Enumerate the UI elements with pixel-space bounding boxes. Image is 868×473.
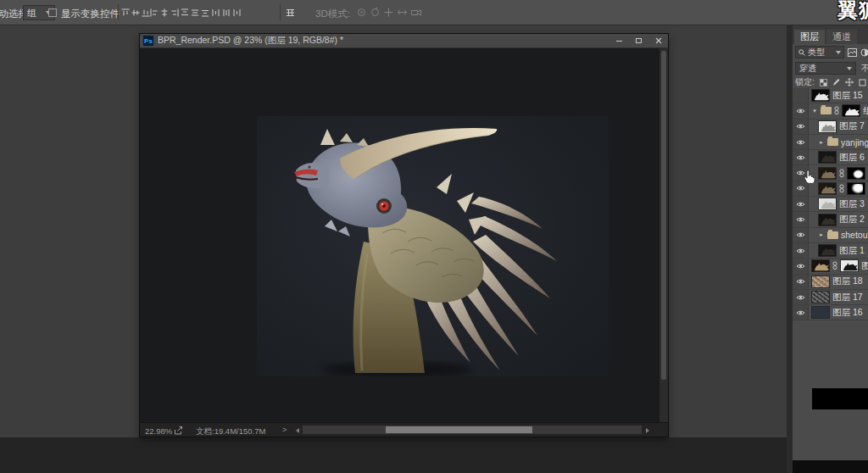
show-transform-checkbox[interactable] <box>48 8 57 17</box>
status-popup-chevron-icon[interactable]: > <box>282 426 287 434</box>
panel-tabs: 图层 通道 <box>793 25 868 44</box>
align-right-edges-icon[interactable] <box>170 8 179 17</box>
distribute-top-icon[interactable] <box>181 8 189 17</box>
3d-roll-icon[interactable] <box>370 7 381 18</box>
eye-toggle[interactable] <box>793 275 809 289</box>
tab-layers[interactable]: 图层 <box>794 30 825 44</box>
align-left-edges-icon[interactable] <box>150 8 159 17</box>
layer-row[interactable]: 图层 1 <box>793 243 868 259</box>
expand-chevron-icon[interactable]: ▸ <box>818 231 825 238</box>
3d-orbit-icon[interactable] <box>356 7 367 18</box>
close-button[interactable] <box>648 34 668 47</box>
layer-row-body: 图层 15 <box>809 88 868 103</box>
lock-brush-icon[interactable] <box>832 78 840 86</box>
toolbar-separator <box>280 4 281 20</box>
horizontal-scrollbar[interactable] <box>303 426 642 434</box>
layer-row[interactable]: 图层 7 <box>793 120 868 135</box>
expand-chevron-icon[interactable]: ▸ <box>818 139 825 146</box>
status-arrow-icon <box>174 426 183 435</box>
show-transform-label: 显示变换控件 <box>61 8 120 20</box>
distribute-bottom-icon[interactable] <box>201 8 209 17</box>
layer-list: 图层 15▾组 1图层 7▸yanjing图层 6图层 3图层 2▸shetou… <box>793 88 868 320</box>
eye-toggle[interactable] <box>793 135 809 149</box>
scroll-right-arrow-icon[interactable] <box>646 428 649 433</box>
thumbnail-silhouette <box>820 184 837 195</box>
canvas[interactable] <box>257 116 609 376</box>
layer-row[interactable]: 图层 17 <box>793 290 868 305</box>
eye-toggle[interactable] <box>793 290 809 304</box>
layer-thumbnail <box>811 291 830 303</box>
panel-divider <box>787 25 793 473</box>
layer-row[interactable]: 图层 15 <box>793 88 868 103</box>
mask-blob <box>851 184 863 194</box>
eye-icon <box>796 154 805 161</box>
opacity-label: 不透明度 <box>861 63 868 75</box>
layer-row-body: ▸yanjing <box>809 135 868 149</box>
layer-name: 图层 2 <box>839 214 865 225</box>
eye-icon <box>796 185 805 192</box>
tab-channels[interactable]: 通道 <box>826 30 857 44</box>
eye-toggle[interactable] <box>793 212 809 226</box>
maximize-button[interactable] <box>629 34 648 47</box>
layer-row[interactable]: ▾组 1 <box>793 103 868 119</box>
align-top-edges-icon[interactable] <box>121 8 130 17</box>
layer-row[interactable]: 图层 6 <box>793 150 868 165</box>
lock-position-icon[interactable] <box>845 78 854 86</box>
distribute-right-icon[interactable] <box>232 8 241 17</box>
layer-row-body: ▾组 1 <box>809 103 868 118</box>
lock-row: 锁定: <box>793 76 868 88</box>
3d-slide-icon[interactable] <box>397 7 408 18</box>
layer-row[interactable]: 图层 <box>793 259 868 274</box>
layer-mask-link <box>839 169 844 178</box>
lock-artboard-icon[interactable] <box>859 79 866 86</box>
document-title: BPR_Render.PSD @ 23% (图层 19, RGB/8#) * <box>158 35 343 47</box>
document-titlebar[interactable]: Ps BPR_Render.PSD @ 23% (图层 19, RGB/8#) … <box>140 34 668 48</box>
minimize-button[interactable] <box>609 34 629 47</box>
eye-toggle[interactable] <box>793 150 809 164</box>
thumbnail-silhouette <box>820 122 837 133</box>
layer-row[interactable]: ▸yanjing <box>793 135 868 150</box>
eye-toggle[interactable] <box>793 120 809 134</box>
distribute-horizontal-centers-icon[interactable] <box>222 8 231 17</box>
thumbnail-silhouette <box>820 169 837 180</box>
vertical-scrollbar[interactable] <box>659 48 668 422</box>
layer-thumbnail <box>818 244 837 257</box>
align-horizontal-centers-icon[interactable] <box>160 8 169 17</box>
h-scroll-thumb[interactable] <box>386 426 532 433</box>
filter-image-icon[interactable] <box>848 48 857 57</box>
thumbnail-silhouette <box>820 215 837 226</box>
auto-align-icon[interactable] <box>286 8 295 17</box>
minimize-icon <box>616 41 622 42</box>
filter-adjustment-icon[interactable] <box>860 48 868 57</box>
eye-toggle[interactable] <box>793 243 809 258</box>
layer-row[interactable]: 图层 3 <box>793 197 868 212</box>
layer-name: 图层 <box>861 260 868 272</box>
v-scroll-thumb[interactable] <box>661 51 666 380</box>
chevron-down-icon <box>836 51 841 54</box>
eye-toggle[interactable] <box>793 197 809 211</box>
eye-toggle[interactable] <box>793 103 809 118</box>
layer-row[interactable]: 图层 18 <box>793 275 868 290</box>
distribute-vertical-centers-icon[interactable] <box>191 8 199 17</box>
zoom-level[interactable]: 22.98% <box>145 426 172 436</box>
filter-type-dropdown[interactable]: 类型 <box>795 46 844 58</box>
eye-toggle[interactable] <box>793 88 809 103</box>
eye-toggle[interactable] <box>793 259 809 273</box>
layer-row[interactable]: 图层 16 <box>793 305 868 320</box>
3d-pan-icon[interactable] <box>383 7 394 18</box>
lock-transparency-icon[interactable] <box>820 79 827 86</box>
eye-icon <box>796 139 805 146</box>
3d-zoom-icon[interactable] <box>410 7 422 18</box>
link-icon <box>834 106 839 115</box>
align-vertical-centers-icon[interactable] <box>131 8 140 17</box>
eye-toggle[interactable] <box>793 228 809 242</box>
expand-chevron-icon[interactable]: ▾ <box>811 108 818 114</box>
eye-toggle[interactable] <box>793 305 809 320</box>
distribute-left-icon[interactable] <box>212 8 220 17</box>
layer-row[interactable]: ▸shetou <box>793 228 868 243</box>
layer-row[interactable]: 图层 2 <box>793 212 868 227</box>
align-bottom-edges-icon[interactable] <box>142 8 150 17</box>
blend-mode-dropdown[interactable]: 穿透 <box>795 62 856 75</box>
eye-icon <box>796 108 805 114</box>
scroll-left-arrow-icon[interactable] <box>296 428 299 433</box>
